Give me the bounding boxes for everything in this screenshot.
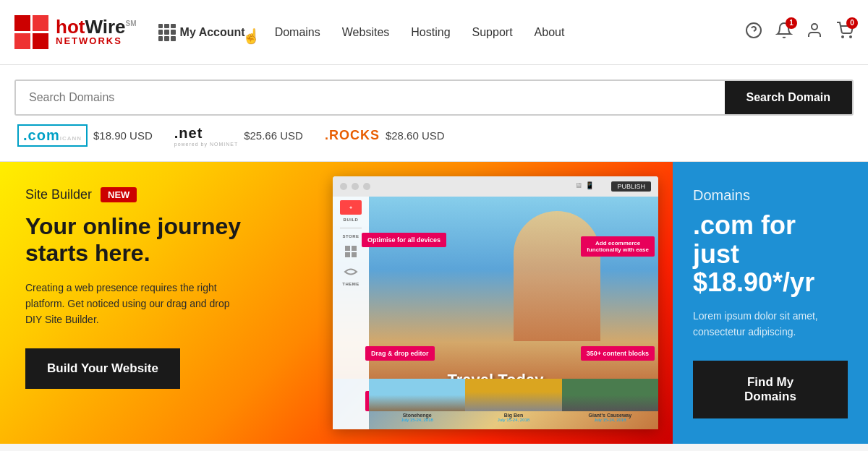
svg-point-4 (850, 36, 851, 38)
thumb-stonehenge-img (369, 379, 465, 411)
grid-icon (158, 24, 176, 41)
tld-com-price: $18.90 USD (93, 129, 153, 142)
thumb-causeway-label: Giant's Causeway (589, 413, 632, 418)
site-builder-desc: Creating a web presence requires the rig… (25, 280, 242, 328)
tld-rocks-item: .ROCKS $28.60 USD (325, 128, 445, 143)
cart-button[interactable]: 0 (836, 22, 854, 43)
domains-desc: Lorem ipsum dolor sit amet, consectetur … (693, 308, 848, 346)
logo-text: hotWireSM NETWORKS (56, 17, 137, 46)
help-button[interactable] (745, 22, 762, 43)
nav-hosting[interactable]: Hosting (411, 26, 450, 39)
sidebar-add-btn: + (340, 200, 362, 215)
cart-badge: 0 (846, 17, 858, 29)
domains-label: Domains (693, 187, 848, 204)
logo: hotWireSM NETWORKS (14, 15, 137, 49)
tld-net-item: .netpowered by NOMINET $25.66 USD (174, 125, 303, 147)
thumb-bigben-date: July 15-24, 2018 (498, 418, 529, 422)
search-bar: Search Domain (14, 80, 854, 116)
logo-networks: NETWORKS (56, 36, 137, 46)
new-badge: NEW (101, 187, 137, 202)
nav-support[interactable]: Support (472, 26, 513, 39)
build-website-button[interactable]: Build Your Website (25, 348, 180, 389)
main-content: Site Builder NEW Your online journeystar… (0, 162, 868, 444)
mockup-browser: 🖥📱PUBLISH Travel Today Unique travels, s… (333, 176, 658, 429)
main-nav: Domains Websites Hosting Support About (275, 26, 745, 39)
header: hotWireSM NETWORKS My Account ☝ Domains … (0, 0, 868, 65)
search-input[interactable] (16, 81, 725, 114)
site-builder-label: Site Builder (25, 187, 92, 202)
svg-rect-6 (352, 246, 357, 251)
tag-optimise: Optimise for all devices (362, 233, 446, 247)
thumb-stonehenge-label: Stonehenge (403, 413, 432, 418)
search-button[interactable]: Search Domain (725, 81, 852, 114)
tld-rocks-label: .ROCKS (325, 128, 380, 143)
nav-domains[interactable]: Domains (275, 26, 320, 39)
nav-websites[interactable]: Websites (342, 26, 390, 39)
tld-net-label: .netpowered by NOMINET (174, 125, 238, 147)
site-builder-panel: Site Builder NEW Your online journeystar… (0, 162, 673, 444)
tag-drag: Drag & drop editor (365, 346, 435, 361)
find-domains-button[interactable]: Find MyDomains (693, 361, 848, 418)
domains-price: .com for just$18.90*/yr (693, 211, 848, 297)
svg-rect-8 (352, 252, 357, 257)
cursor-icon: ☝ (242, 27, 260, 45)
search-section: Search Domain .comICANN $18.90 USD .netp… (0, 65, 868, 162)
thumb-bigben-label: Big Ben (504, 413, 523, 418)
thumb-stonehenge: Stonehenge July 15-24, 2018 (369, 379, 465, 429)
tag-ecommerce: Add ecommercefunctionality with ease (581, 236, 655, 257)
svg-rect-5 (345, 246, 350, 251)
my-account-button[interactable]: My Account ☝ (158, 20, 260, 45)
thumb-stonehenge-date: July 15-24, 2018 (401, 418, 433, 422)
thumb-causeway-img (562, 379, 658, 411)
tld-row: .comICANN $18.90 USD .netpowered by NOMI… (14, 124, 854, 147)
tld-rocks-price: $28.60 USD (386, 129, 445, 142)
domains-panel: Domains .com for just$18.90*/yr Lorem ip… (673, 162, 868, 444)
svg-rect-7 (345, 252, 350, 257)
thumb-causeway-date: July 15-24, 2018 (594, 418, 626, 422)
thumb-bigben: Big Ben July 15-24, 2018 (465, 379, 561, 429)
notification-badge: 1 (786, 17, 797, 29)
header-icons: 1 0 (745, 22, 854, 43)
sidebar-store-label: STORE (342, 234, 359, 239)
tld-com-item: .comICANN $18.90 USD (17, 124, 153, 147)
sidebar-build-label: BUILD (344, 218, 359, 222)
svg-point-3 (842, 36, 843, 38)
mockup-icons: 🖥📱PUBLISH (575, 181, 651, 192)
tag-content: 350+ content blocks (581, 346, 655, 361)
notifications-button[interactable]: 1 (775, 22, 793, 43)
mockup-body: Travel Today Unique travels, sightseeing… (333, 197, 658, 429)
logo-hotwire: hotWireSM (56, 17, 137, 36)
nav-about[interactable]: About (535, 26, 565, 39)
mockup-sidebar: + BUILD STORE THEME (333, 197, 369, 429)
account-button[interactable] (806, 22, 823, 43)
logo-grid (14, 15, 48, 49)
website-mockup: 🖥📱PUBLISH Travel Today Unique travels, s… (333, 176, 658, 429)
sidebar-theme-label: THEME (342, 282, 359, 286)
mockup-image: Travel Today Unique travels, sightseeing… (333, 197, 658, 429)
thumbnail-row: Stonehenge July 15-24, 2018 Big Ben July… (369, 379, 658, 429)
tld-net-price: $25.66 USD (244, 129, 303, 142)
mockup-topbar: 🖥📱PUBLISH (333, 176, 658, 197)
svg-point-2 (812, 24, 817, 30)
thumb-bigben-img (465, 379, 561, 411)
thumb-causeway: Giant's Causeway July 15-24, 2018 (562, 379, 658, 429)
my-account-label: My Account (180, 26, 245, 39)
tld-com-label: .comICANN (17, 124, 88, 147)
